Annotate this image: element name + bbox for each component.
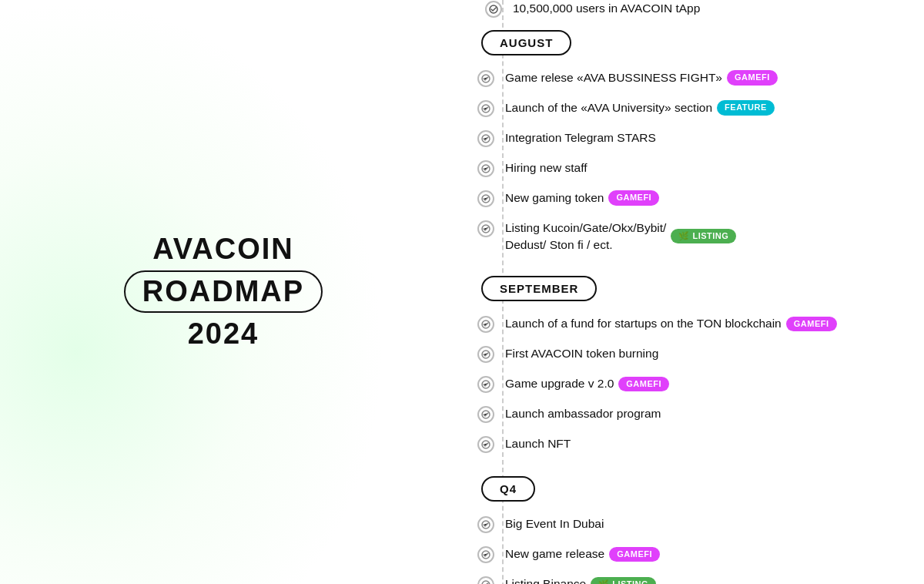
list-item: Big Event In Dubai bbox=[470, 515, 924, 533]
tag-listing: 🌿 LISTING bbox=[591, 577, 656, 584]
item-text: New game release GAMEFI bbox=[505, 545, 660, 562]
check-icon bbox=[477, 376, 494, 393]
item-text: First AVACOIN token burning bbox=[505, 345, 658, 362]
check-icon bbox=[477, 190, 494, 207]
item-text: New gaming token GAMEFI bbox=[505, 190, 659, 206]
hiring-new-staff-text: Hiring new staff bbox=[505, 159, 588, 176]
check-icon bbox=[477, 406, 494, 423]
list-item: Game relese «AVA BUSSINESS FIGHT» GAMEFI bbox=[470, 69, 924, 87]
september-items: Launch of a fund for startups on the TON… bbox=[470, 315, 924, 453]
check-icon bbox=[477, 576, 494, 584]
month-label-q4: Q4 bbox=[470, 476, 924, 502]
top-section: 10,500,000 users in AVACOIN tApp bbox=[470, 0, 924, 18]
list-item: Listing Binance 🌿 LISTING bbox=[470, 576, 924, 584]
list-item: Game upgrade v 2.0 GAMEFI bbox=[470, 375, 924, 393]
list-item-hiring: Hiring new staff bbox=[470, 159, 924, 177]
item-text: Listing Kucoin/Gate/Okx/Bybit/Dedust/ St… bbox=[505, 220, 736, 253]
list-item: Listing Kucoin/Gate/Okx/Bybit/Dedust/ St… bbox=[470, 220, 924, 253]
item-text: Launch ambassador program bbox=[505, 405, 661, 422]
tag-gamefi: GAMEFI bbox=[727, 70, 778, 85]
check-icon bbox=[477, 130, 494, 147]
item-text: Big Event In Dubai bbox=[505, 515, 604, 532]
list-item: Launch ambassador program bbox=[470, 405, 924, 423]
logo-container: AVACOIN ROADMAP 2024 bbox=[124, 233, 323, 351]
timeline-container: 10,500,000 users in AVACOIN tApp AUGUST … bbox=[447, 0, 924, 584]
item-text: 10,500,000 users in AVACOIN tApp bbox=[513, 0, 700, 17]
item-text: Integration Telegram STARS bbox=[505, 129, 656, 146]
item-text: Game upgrade v 2.0 GAMEFI bbox=[505, 375, 669, 392]
august-items: Game relese «AVA BUSSINESS FIGHT» GAMEFI… bbox=[470, 69, 924, 253]
check-icon bbox=[477, 436, 494, 453]
check-icon bbox=[477, 316, 494, 333]
logo-line2: ROADMAP bbox=[124, 270, 323, 313]
section-q4: Q4 Big Event In Dubai New ga bbox=[470, 476, 924, 584]
list-item: 10,500,000 users in AVACOIN tApp bbox=[477, 0, 924, 18]
tag-gamefi: GAMEFI bbox=[618, 377, 669, 391]
check-icon bbox=[477, 516, 494, 533]
month-label-september: SEPTEMBER bbox=[470, 276, 924, 301]
list-item: Launch of a fund for startups on the TON… bbox=[470, 315, 924, 333]
list-item: First AVACOIN token burning bbox=[470, 345, 924, 363]
right-panel: 10,500,000 users in AVACOIN tApp AUGUST … bbox=[447, 0, 924, 584]
list-item: New gaming token GAMEFI bbox=[470, 190, 924, 207]
section-august: AUGUST Game relese «AVA BUSSINESS FIGHT»… bbox=[470, 30, 924, 253]
logo-line1: AVACOIN bbox=[124, 233, 323, 266]
list-item: Integration Telegram STARS bbox=[470, 129, 924, 147]
item-text: Listing Binance 🌿 LISTING bbox=[505, 576, 656, 584]
check-icon bbox=[477, 70, 494, 87]
item-text: Game relese «AVA BUSSINESS FIGHT» GAMEFI bbox=[505, 69, 778, 86]
tag-gamefi: GAMEFI bbox=[786, 317, 837, 331]
left-panel: AVACOIN ROADMAP 2024 bbox=[0, 0, 447, 584]
item-text: Launch NFT bbox=[505, 435, 571, 452]
item-text: Launch of a fund for startups on the TON… bbox=[505, 315, 837, 332]
list-item: Launch NFT bbox=[470, 435, 924, 453]
q4-items: Big Event In Dubai New game release GAME… bbox=[470, 515, 924, 584]
item-text: Launch of the «AVA University» section F… bbox=[505, 99, 775, 116]
check-icon bbox=[477, 546, 494, 563]
check-icon bbox=[477, 346, 494, 363]
check-icon bbox=[477, 160, 494, 177]
logo-line3: 2024 bbox=[124, 317, 323, 351]
month-badge-september: SEPTEMBER bbox=[481, 276, 597, 301]
month-badge-q4: Q4 bbox=[481, 476, 535, 502]
list-item: Launch of the «AVA University» section F… bbox=[470, 99, 924, 117]
check-icon bbox=[485, 1, 502, 18]
list-item: New game release GAMEFI bbox=[470, 545, 924, 563]
section-september: SEPTEMBER Launch of a fund for startups … bbox=[470, 276, 924, 453]
check-icon bbox=[477, 100, 494, 117]
tag-gamefi: GAMEFI bbox=[608, 190, 659, 205]
check-icon bbox=[477, 220, 494, 237]
month-badge-august: AUGUST bbox=[481, 30, 571, 55]
tag-feature: FEATURE bbox=[717, 100, 775, 115]
tag-gamefi: GAMEFI bbox=[609, 547, 660, 562]
month-label-august: AUGUST bbox=[470, 30, 924, 55]
tag-listing: 🌿 LISTING bbox=[671, 229, 736, 243]
page-container: AVACOIN ROADMAP 2024 10,500,000 users in… bbox=[0, 0, 924, 584]
